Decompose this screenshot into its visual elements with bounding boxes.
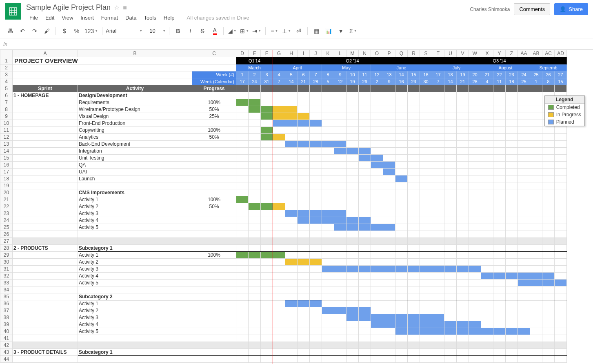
week-number-cell[interactable]: 27 [555,71,567,78]
gantt-cell[interactable] [261,210,273,217]
gantt-cell[interactable] [273,127,285,134]
gantt-cell[interactable] [346,259,359,266]
column-header[interactable]: B [78,50,192,57]
gantt-cell[interactable] [493,162,506,169]
gantt-cell[interactable] [530,273,542,280]
activity-cell[interactable]: Activity 2 [78,203,192,210]
gantt-cell[interactable] [371,127,383,134]
gantt-cell[interactable] [530,328,542,335]
gantt-cell[interactable] [506,252,518,259]
gantt-cell[interactable] [236,175,249,182]
gantt-cell[interactable] [444,113,457,120]
gantt-cell[interactable] [298,217,310,224]
gantt-cell[interactable] [322,106,334,113]
week-calendar-cell[interactable]: 2 [371,78,383,85]
gantt-cell[interactable] [383,314,395,321]
activity-cell[interactable]: Activity 2 [78,307,192,314]
gantt-cell[interactable] [322,266,334,273]
gantt-cell[interactable] [518,300,530,307]
gantt-cell[interactable] [261,217,273,224]
gantt-cell[interactable] [420,266,432,273]
gantt-cell[interactable] [444,148,457,155]
gantt-cell[interactable] [310,328,322,335]
gantt-cell[interactable] [298,252,310,259]
gantt-cell[interactable] [542,175,555,182]
gantt-cell[interactable] [518,203,530,210]
gantt-cell[interactable] [432,196,444,203]
gantt-cell[interactable] [493,106,506,113]
gantt-cell[interactable] [249,217,261,224]
gantt-cell[interactable] [371,300,383,307]
gantt-cell[interactable] [457,120,469,127]
gantt-cell[interactable] [395,120,408,127]
progress-cell[interactable] [192,328,236,335]
gantt-cell[interactable] [493,273,506,280]
gantt-cell[interactable] [542,266,555,273]
h-align-icon[interactable]: ≡▼ [269,26,280,36]
gantt-cell[interactable] [298,259,310,266]
column-header[interactable]: AB [530,50,542,57]
gantt-cell[interactable] [298,99,310,106]
gantt-cell[interactable] [298,127,310,134]
gantt-cell[interactable] [236,328,249,335]
row-header[interactable]: 4 [0,78,13,85]
gantt-cell[interactable] [322,196,334,203]
gantt-cell[interactable] [457,252,469,259]
gantt-cell[interactable] [322,99,334,106]
gantt-cell[interactable] [383,217,395,224]
gantt-cell[interactable] [383,210,395,217]
row-header[interactable]: 22 [0,203,13,210]
gantt-cell[interactable] [518,106,530,113]
gantt-cell[interactable] [420,210,432,217]
merge-cells-icon[interactable]: ⇥▼ [251,26,262,36]
gantt-cell[interactable] [444,210,457,217]
gantt-cell[interactable] [469,321,481,328]
gantt-cell[interactable] [383,321,395,328]
gantt-cell[interactable] [542,217,555,224]
user-name[interactable]: Charles Shimooka [470,7,510,12]
gantt-cell[interactable] [285,162,298,169]
gantt-cell[interactable] [236,321,249,328]
gantt-cell[interactable] [555,314,567,321]
gantt-cell[interactable] [481,113,493,120]
column-header[interactable]: K [322,50,334,57]
gantt-cell[interactable] [493,148,506,155]
functions-icon[interactable]: Σ▼ [348,26,358,36]
activity-cell[interactable]: Activity 5 [78,280,192,286]
gantt-cell[interactable] [457,99,469,106]
gantt-cell[interactable] [432,148,444,155]
gantt-cell[interactable] [530,196,542,203]
italic-icon[interactable]: I [185,26,195,36]
gantt-cell[interactable] [444,175,457,182]
gantt-cell[interactable] [518,307,530,314]
row-header[interactable]: 6 [0,92,13,99]
month-cell[interactable]: July [432,64,481,71]
gantt-cell[interactable] [481,224,493,231]
gantt-cell[interactable] [322,134,334,141]
week-calendar-cell[interactable]: 21 [298,78,310,85]
gantt-cell[interactable] [518,99,530,106]
week-number-cell[interactable]: 17 [432,71,444,78]
gantt-cell[interactable] [273,217,285,224]
row-header[interactable]: 24 [0,217,13,224]
gantt-cell[interactable] [469,141,481,148]
gantt-cell[interactable] [506,120,518,127]
gantt-cell[interactable] [420,321,432,328]
gantt-cell[interactable] [530,217,542,224]
week-number-cell[interactable]: 1 [236,71,249,78]
week-number-cell[interactable]: 20 [469,71,481,78]
week-number-cell[interactable]: 23 [506,71,518,78]
gantt-cell[interactable] [555,224,567,231]
gantt-cell[interactable] [261,99,273,106]
gantt-cell[interactable] [334,217,346,224]
week-calendar-label[interactable]: Week (Calendar) [192,78,236,85]
gantt-cell[interactable] [383,259,395,266]
column-header[interactable]: H [285,50,298,57]
gantt-cell[interactable] [273,328,285,335]
gantt-cell[interactable] [481,203,493,210]
gantt-cell[interactable] [518,169,530,175]
document-title[interactable]: Sample Agile Project Plan [26,3,111,12]
gantt-cell[interactable] [420,134,432,141]
menu-view[interactable]: View [58,13,76,22]
gantt-cell[interactable] [481,106,493,113]
